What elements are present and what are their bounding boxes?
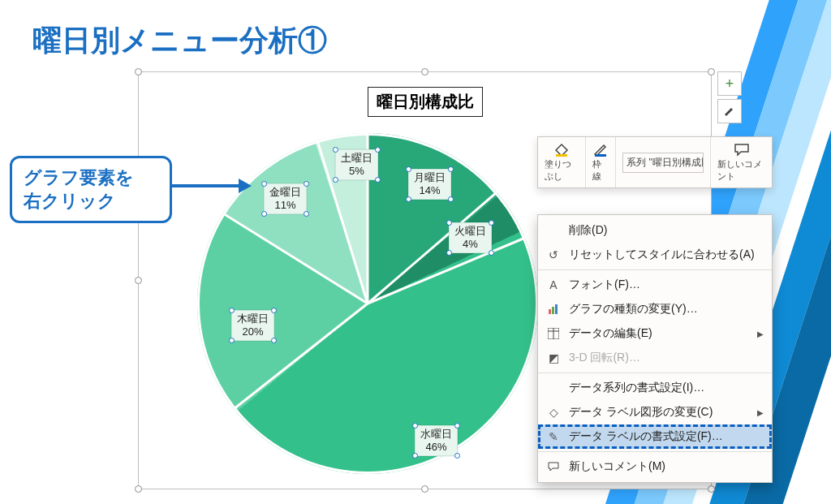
data-label-thu[interactable]: 木曜日20% <box>231 310 274 341</box>
chart-title[interactable]: 曜日別構成比 <box>368 87 483 117</box>
arrow-icon <box>170 175 252 196</box>
pen-icon <box>592 142 609 157</box>
data-label-fri[interactable]: 金曜日11% <box>264 183 307 214</box>
plus-icon: + <box>726 75 734 93</box>
submenu-arrow-icon: ▶ <box>757 330 764 338</box>
page-title: 曜日別メニュー分析① <box>32 21 327 61</box>
format-icon: ✎ <box>546 429 561 444</box>
chart-elements-button[interactable]: + <box>717 71 742 96</box>
svg-line-2 <box>368 238 525 304</box>
menu-change-chart-type[interactable]: グラフの種類の変更(Y)… <box>538 297 772 321</box>
context-menu: 削除(D) ↺ リセットしてスタイルに合わせる(A) A フォント(F)… グラ… <box>537 214 773 483</box>
mini-toolbar: 塗りつぶし 枠線 系列 "曜日別構成比" 新しいコメント <box>537 136 773 188</box>
font-icon: A <box>546 278 561 292</box>
svg-rect-8 <box>556 154 567 157</box>
chart-side-buttons: + <box>717 71 742 123</box>
svg-line-4 <box>223 213 368 304</box>
chart-styles-button[interactable] <box>717 99 742 123</box>
resize-handle[interactable] <box>135 277 142 284</box>
data-label-wed[interactable]: 水曜日46% <box>415 425 458 456</box>
resize-handle[interactable] <box>421 68 428 75</box>
table-icon <box>546 326 561 341</box>
menu-label: 新しいコメント(M) <box>569 459 665 474</box>
menu-font[interactable]: A フォント(F)… <box>538 273 772 297</box>
menu-edit-data[interactable]: データの編集(E) ▶ <box>538 321 772 346</box>
menu-separator <box>538 269 772 270</box>
resize-handle[interactable] <box>708 68 715 75</box>
menu-reset-style[interactable]: ↺ リセットしてスタイルに合わせる(A) <box>538 243 772 267</box>
resize-handle[interactable] <box>421 485 428 493</box>
svg-rect-9 <box>595 154 606 157</box>
shape-icon: ◇ <box>546 405 561 420</box>
svg-rect-11 <box>552 307 554 314</box>
menu-format-data-labels[interactable]: ✎ データ ラベルの書式設定(F)… <box>538 424 772 449</box>
menu-format-data-series[interactable]: データ系列の書式設定(I)… <box>538 376 772 400</box>
instruction-callout: グラフ要素を右クリック <box>10 156 172 223</box>
menu-separator <box>538 373 772 373</box>
menu-label: データの編集(E) <box>569 326 652 341</box>
menu-new-comment[interactable]: 新しいコメント(M) <box>538 454 772 479</box>
cube-icon: ◩ <box>546 351 561 365</box>
menu-label: フォント(F)… <box>569 278 640 292</box>
menu-label: 削除(D) <box>569 223 607 238</box>
new-comment-button[interactable]: 新しいコメント <box>711 137 772 187</box>
menu-delete[interactable]: 削除(D) <box>538 218 772 243</box>
paint-bucket-icon <box>553 142 570 157</box>
menu-separator <box>538 451 772 452</box>
svg-marker-7 <box>239 179 252 193</box>
data-label-mon[interactable]: 月曜日14% <box>408 169 451 200</box>
brush-icon <box>723 105 736 118</box>
menu-label: データ ラベル図形の変更(C) <box>569 405 713 420</box>
outline-label: 枠線 <box>592 158 609 183</box>
resize-handle[interactable] <box>708 485 715 493</box>
menu-label: データ系列の書式設定(I)… <box>569 381 704 395</box>
comment-icon <box>734 142 750 157</box>
menu-3d-rotation: ◩ 3-D 回転(R)… <box>538 346 772 370</box>
menu-label: リセットしてスタイルに合わせる(A) <box>569 248 755 262</box>
menu-change-data-label-shape[interactable]: ◇ データ ラベル図形の変更(C) ▶ <box>538 400 772 424</box>
submenu-arrow-icon: ▶ <box>757 408 764 417</box>
menu-label: データ ラベルの書式設定(F)… <box>569 429 723 444</box>
blank-icon <box>546 381 561 395</box>
fill-label: 塗りつぶし <box>545 158 579 183</box>
comment-icon <box>546 459 561 474</box>
fill-button[interactable]: 塗りつぶし <box>538 137 586 187</box>
resize-handle[interactable] <box>135 485 142 493</box>
blank-icon <box>546 223 561 238</box>
data-label-sat[interactable]: 土曜日5% <box>335 149 378 180</box>
menu-label: グラフの種類の変更(Y)… <box>569 302 698 317</box>
data-label-tue[interactable]: 火曜日4% <box>449 222 492 253</box>
new-comment-label: 新しいコメント <box>717 158 765 183</box>
svg-rect-10 <box>549 309 551 314</box>
chart-type-icon <box>546 302 561 317</box>
series-selector[interactable]: 系列 "曜日別構成比" <box>616 137 711 187</box>
reset-icon: ↺ <box>546 248 561 262</box>
menu-label: 3-D 回転(R)… <box>569 351 640 365</box>
resize-handle[interactable] <box>135 68 142 75</box>
series-name: 系列 "曜日別構成比" <box>622 153 704 173</box>
svg-rect-12 <box>555 304 558 314</box>
outline-button[interactable]: 枠線 <box>586 137 616 187</box>
